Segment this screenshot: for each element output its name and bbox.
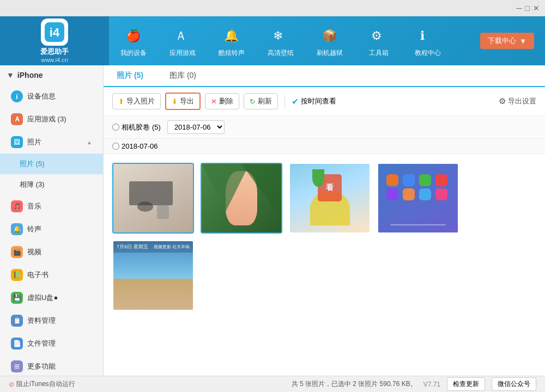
toolbar-right: ⚙ 导出设置: [499, 96, 536, 106]
settings-icon: ⚙: [499, 96, 506, 106]
toolbar: ⬆ 导入照片 ⬇ 导出 ✕ 删除 ↻ 刷新 ✔ 按时间查看 ⚙: [104, 87, 545, 116]
nav-toolbox[interactable]: ⚙ 工具箱: [354, 16, 403, 65]
sidebar-item-ebooks-label: 电子书: [27, 270, 49, 280]
view-by-time-label[interactable]: ✔ 按时间查看: [292, 96, 336, 107]
svg-text:❄: ❄: [273, 29, 283, 42]
date-group-radio[interactable]: 2018-07-06: [112, 142, 158, 150]
photo-4-content: [378, 164, 458, 232]
date-select[interactable]: 2018-07-06: [167, 120, 225, 134]
nav-wallpaper[interactable]: ❄ 高清壁纸: [256, 16, 305, 65]
sidebar-item-device-info-label: 设备信息: [27, 91, 56, 101]
block-itunes[interactable]: ⊘ 阻止iTunes自动运行: [9, 379, 75, 389]
titlebar: ─ □ ✕: [0, 0, 545, 16]
wechat-public-button[interactable]: 微信公众号: [492, 377, 536, 391]
photo-thumb-4[interactable]: [377, 163, 459, 234]
ringtones-sidebar-icon: 🔔: [11, 223, 23, 235]
wallpaper-icon: ❄: [270, 24, 292, 46]
sidebar-item-albums-sub[interactable]: 相簿 (3): [0, 174, 103, 195]
tab-photos[interactable]: 照片 (5): [104, 65, 156, 87]
info-icon: i: [11, 90, 23, 102]
sidebar-item-ringtones-label: 铃声: [27, 224, 41, 234]
photos-grid: 看: [112, 163, 536, 311]
photo-thumb-5[interactable]: 7月6日 星期五 视频更新 石月辛辑: [112, 240, 194, 311]
export-settings-button[interactable]: ⚙ 导出设置: [499, 96, 536, 106]
data-mgr-sidebar-icon: 📋: [11, 315, 23, 327]
date-group-label: 2018-07-06: [122, 142, 158, 150]
window-controls: ─ □ ✕: [517, 4, 540, 13]
close-icon[interactable]: ✕: [533, 4, 540, 13]
photo-5-content: 7月6日 星期五 视频更新 石月辛辑: [113, 241, 193, 310]
nav-ringtones[interactable]: 🔔 酷炫铃声: [207, 16, 256, 65]
svg-text:Ａ: Ａ: [175, 29, 187, 42]
nav-apps[interactable]: Ａ 应用游戏: [158, 16, 207, 65]
refresh-icon: ↻: [250, 97, 256, 106]
sidebar-item-photos-sub-label: 照片 (5): [20, 159, 45, 169]
sidebar-item-more-label: 更多功能: [27, 362, 56, 371]
sidebar-item-albums-sub-label: 相簿 (3): [20, 180, 45, 189]
svg-text:i4: i4: [50, 26, 60, 39]
nav-toolbox-label: 工具箱: [369, 48, 389, 58]
sidebar-item-data-mgr[interactable]: 📋 资料管理: [0, 309, 103, 332]
photos-sidebar-icon: 🖼: [11, 136, 23, 148]
nav-my-device-label: 我的设备: [120, 48, 147, 58]
sidebar-item-apps[interactable]: Ａ 应用游戏 (3): [0, 108, 103, 131]
camera-roll-radio[interactable]: 相机胶卷 (5): [112, 122, 161, 132]
sidebar-item-photos[interactable]: 🖼 照片 ▲: [0, 131, 103, 154]
import-photos-label: 导入照片: [126, 96, 155, 106]
statusbar-right: 共 5 张照片，已选中 2 张照片 590.76 KB。 V7.71 检查更新 …: [292, 377, 536, 391]
delete-button[interactable]: ✕ 删除: [205, 93, 239, 109]
delete-icon: ✕: [211, 97, 217, 106]
tab-gallery[interactable]: 图库 (0): [156, 65, 209, 87]
music-sidebar-icon: 🎵: [11, 200, 23, 212]
logo-area: i4 爱思助手 www.i4.cn: [0, 16, 109, 65]
sidebar-item-videos[interactable]: 🎬 视频: [0, 241, 103, 264]
apps-icon: Ａ: [172, 24, 193, 46]
refresh-label: 刷新: [258, 96, 272, 106]
minimize-icon[interactable]: ─: [517, 4, 522, 13]
download-center-button[interactable]: 下载中心 ▼: [480, 33, 534, 49]
photos-collapse-icon: ▲: [87, 139, 92, 145]
header-right: 下载中心 ▼: [480, 33, 545, 49]
sidebar-item-udisk[interactable]: 💾 虚拟U盘●: [0, 286, 103, 309]
sidebar-item-photos-label: 照片: [27, 137, 41, 147]
download-center-label: 下载中心: [488, 36, 516, 46]
date-group-radio-input[interactable]: [112, 143, 119, 150]
jailbreak-icon: 📦: [319, 24, 341, 46]
udisk-sidebar-icon: 💾: [11, 292, 23, 304]
photo-thumb-3[interactable]: 看: [289, 163, 371, 234]
photos-area: 看: [104, 154, 545, 376]
sidebar: ▼ iPhone i 设备信息 Ａ 应用游戏 (3) 🖼 照片 ▲ 照片 (5)…: [0, 65, 104, 376]
export-button[interactable]: ⬇ 导出: [165, 93, 201, 110]
sidebar-item-music[interactable]: 🎵 音乐: [0, 195, 103, 218]
sidebar-item-more[interactable]: ⊞ 更多功能: [0, 355, 103, 376]
logo-url: www.i4.cn: [41, 57, 68, 63]
nav-my-device[interactable]: 🍎 我的设备: [109, 16, 158, 65]
export-label: 导出: [180, 96, 194, 106]
import-photos-button[interactable]: ⬆ 导入照片: [112, 93, 161, 109]
photo-thumb-1[interactable]: [112, 163, 194, 234]
apps-sidebar-icon: Ａ: [11, 113, 23, 125]
nav-tutorial[interactable]: ℹ 教程中心: [403, 16, 452, 65]
sidebar-item-photos-sub[interactable]: 照片 (5): [0, 154, 103, 174]
delete-label: 删除: [219, 96, 233, 106]
photo-thumb-2[interactable]: [201, 163, 282, 234]
nav-ringtones-label: 酷炫铃声: [219, 48, 245, 58]
version-text: V7.71: [423, 381, 440, 388]
check-update-button[interactable]: 检查更新: [447, 377, 485, 391]
file-mgr-sidebar-icon: 📄: [11, 338, 23, 350]
more-sidebar-icon: ⊞: [11, 360, 23, 372]
svg-text:📦: 📦: [322, 28, 337, 43]
maximize-icon[interactable]: □: [525, 4, 530, 13]
logo-icon: i4: [41, 19, 68, 46]
camera-roll-radio-input[interactable]: [112, 124, 119, 131]
sidebar-item-ebooks[interactable]: 📗 电子书: [0, 264, 103, 286]
sidebar-item-device-info[interactable]: i 设备信息: [0, 85, 103, 108]
refresh-button[interactable]: ↻ 刷新: [244, 93, 278, 109]
sidebar-item-file-mgr[interactable]: 📄 文件管理: [0, 332, 103, 355]
nav-apps-label: 应用游戏: [169, 48, 196, 58]
sidebar-item-music-label: 音乐: [27, 201, 41, 211]
sidebar-item-ringtones[interactable]: 🔔 铃声: [0, 218, 103, 241]
statusbar: ⊘ 阻止iTunes自动运行 共 5 张照片，已选中 2 张照片 590.76 …: [0, 376, 545, 392]
sidebar-device[interactable]: ▼ iPhone: [0, 65, 103, 85]
nav-jailbreak[interactable]: 📦 刷机越狱: [305, 16, 354, 65]
